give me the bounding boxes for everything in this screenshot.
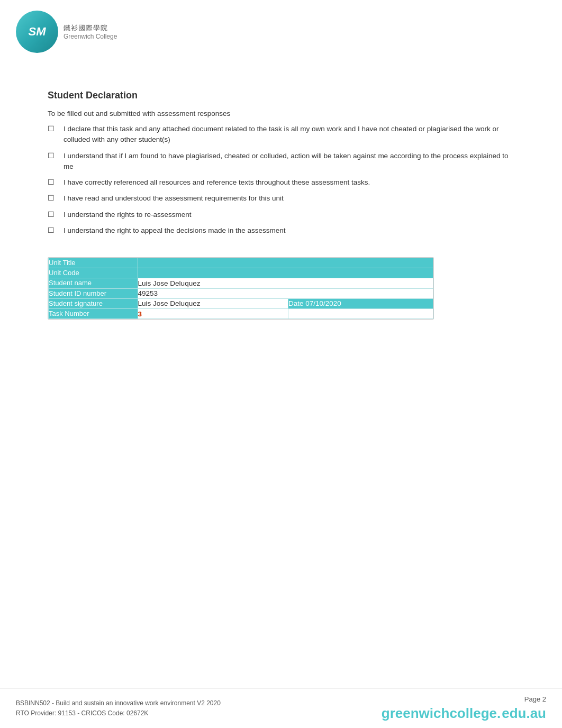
checkbox-1[interactable]: ☐ (48, 124, 64, 133)
logo-text-sub: Greenwich College (64, 33, 117, 40)
unit-code-label: Unit Code (49, 268, 138, 278)
declaration-text-3: I have correctly referenced all resource… (64, 177, 514, 188)
declaration-text-6: I understand the right to appeal the dec… (64, 225, 514, 236)
unit-title-value (138, 258, 433, 268)
task-number-label: Task Number (49, 308, 138, 319)
declaration-item-6: ☐ I understand the right to appeal the d… (48, 225, 514, 236)
declaration-text-2: I understand that if I am found to have … (64, 151, 514, 172)
form-table-wrapper: Unit Title Unit Code Student name Luis J… (48, 257, 434, 320)
declaration-item-2: ☐ I understand that if I am found to hav… (48, 151, 514, 172)
student-signature-row: Student signature Luis Jose Deluquez Dat… (49, 298, 433, 308)
checkbox-4[interactable]: ☐ (48, 193, 64, 202)
declaration-item-3: ☐ I have correctly referenced all resour… (48, 177, 514, 188)
brand-part1: greenwichcollege. (382, 705, 501, 722)
student-id-row: Student ID number 49253 (49, 288, 433, 298)
brand-part2: edu.au (502, 705, 546, 722)
task-number-value: 3 (138, 308, 288, 319)
declaration-item-5: ☐ I understand the rights to re-assessme… (48, 210, 514, 220)
checkbox-5[interactable]: ☐ (48, 210, 64, 219)
student-id-label: Student ID number (49, 288, 138, 298)
logo-area: 鐵衫國際學院 Greenwich College (16, 11, 117, 53)
student-signature-value: Luis Jose Deluquez (138, 298, 288, 308)
unit-code-row: Unit Code (49, 268, 433, 278)
declaration-text-4: I have read and understood the assessmen… (64, 193, 514, 204)
task-number-extra (288, 308, 433, 319)
header: 鐵衫國際學院 Greenwich College (0, 0, 562, 58)
logo-icon (16, 11, 58, 53)
checkbox-6[interactable]: ☐ (48, 225, 64, 234)
logo-text: 鐵衫國際學院 Greenwich College (64, 23, 117, 40)
date-value: Date 07/10/2020 (288, 298, 433, 308)
form-table: Unit Title Unit Code Student name Luis J… (48, 258, 433, 319)
student-declaration-section: Student Declaration To be filled out and… (48, 90, 514, 236)
footer-line2: RTO Provider: 91153 - CRICOS Code: 02672… (16, 708, 221, 718)
checkbox-3[interactable]: ☐ (48, 177, 64, 186)
task-number-row: Task Number 3 (49, 308, 433, 319)
footer-left: BSBINN502 - Build and sustain an innovat… (16, 698, 221, 718)
footer-page: Page 2 (524, 695, 546, 703)
declaration-item-1: ☐ I declare that this task and any attac… (48, 124, 514, 145)
footer-brand: greenwichcollege. edu.au (382, 705, 546, 722)
unit-title-label: Unit Title (49, 258, 138, 268)
checkbox-2[interactable]: ☐ (48, 151, 64, 160)
instructions-text: To be filled out and submitted with asse… (48, 110, 514, 117)
declaration-text-1: I declare that this task and any attache… (64, 124, 514, 145)
declaration-item-4: ☐ I have read and understood the assessm… (48, 193, 514, 204)
student-id-value: 49253 (138, 288, 433, 298)
declaration-text-5: I understand the rights to re-assessment (64, 210, 514, 220)
unit-title-row: Unit Title (49, 258, 433, 268)
student-signature-label: Student signature (49, 298, 138, 308)
footer: BSBINN502 - Build and sustain an innovat… (0, 688, 562, 728)
logo-text-main: 鐵衫國際學院 (64, 23, 117, 33)
main-content: Student Declaration To be filled out and… (0, 58, 562, 341)
student-name-label: Student name (49, 278, 138, 288)
footer-line1: BSBINN502 - Build and sustain an innovat… (16, 698, 221, 708)
section-title: Student Declaration (48, 90, 514, 101)
unit-code-value (138, 268, 433, 278)
student-name-row: Student name Luis Jose Deluquez (49, 278, 433, 288)
student-name-value: Luis Jose Deluquez (138, 278, 433, 288)
